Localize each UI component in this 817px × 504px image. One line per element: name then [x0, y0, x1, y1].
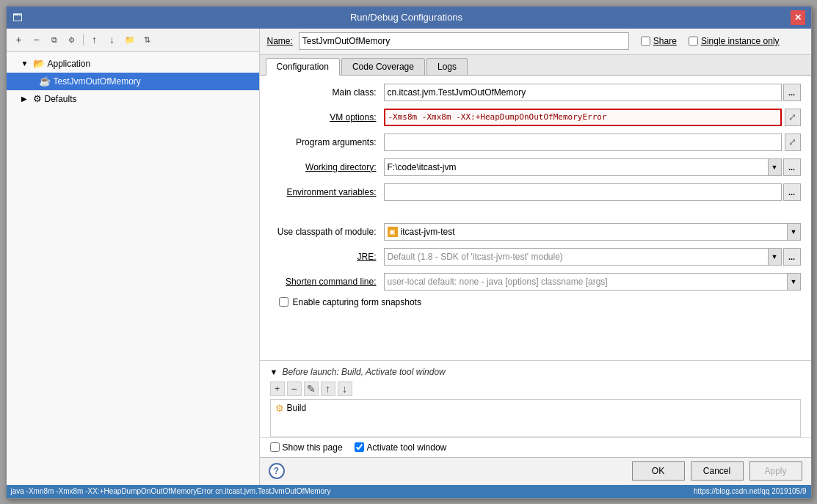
shorten-cmd-row: Shorten command line: user-local default… — [270, 272, 801, 291]
single-instance-area: Single instance only — [689, 32, 780, 50]
run-debug-dialog: 🗔 Run/Debug Configurations ✕ + − ⧉ ⚙ ↑ ↓… — [6, 6, 812, 499]
launch-toolbar: + − ✎ ↑ ↓ — [270, 381, 801, 396]
share-checkbox[interactable] — [641, 32, 650, 50]
move-config-button[interactable]: ⚙ — [64, 32, 80, 48]
before-launch-section: ▼ Before launch: Build, Activate tool wi… — [260, 360, 811, 437]
status-bar: java -Xmn8m -Xmx8m -XX:+HeapDumpOnOutOfM… — [7, 485, 811, 498]
show-page-item: Show this page — [270, 442, 343, 453]
classpath-chevron[interactable]: ▼ — [787, 224, 800, 240]
help-button[interactable]: ? — [269, 463, 285, 479]
tab-configuration[interactable]: Configuration — [266, 58, 340, 76]
status-right-text: https://blog.csdn.net/qq 2019105/9 — [694, 487, 806, 495]
launch-item-build: ⚙ Build — [275, 403, 307, 414]
jre-row: JRE: ▼ ... — [270, 247, 801, 266]
expand-arrow-defaults: ▶ — [21, 95, 33, 103]
shorten-cmd-select-wrapper: user-local default: none - java [options… — [384, 273, 801, 291]
jre-chevron[interactable]: ▼ — [768, 249, 781, 265]
jre-dots-button[interactable]: ... — [783, 248, 801, 266]
tree-item-label: Application — [48, 59, 91, 69]
tab-logs[interactable]: Logs — [426, 58, 468, 75]
launch-collapse-icon[interactable]: ▼ — [270, 368, 278, 376]
launch-down-button[interactable]: ↓ — [338, 381, 352, 396]
module-icon: ▣ — [388, 227, 398, 237]
cancel-button[interactable]: Cancel — [691, 461, 744, 481]
tree-item-defaults[interactable]: ▶ ⚙ Defaults — [7, 90, 259, 108]
activate-tool-item: Activate tool window — [355, 442, 447, 453]
working-dir-dots-button[interactable]: ... — [783, 158, 801, 176]
intellij-icon: 🗔 — [12, 12, 23, 23]
launch-remove-button[interactable]: − — [287, 381, 302, 396]
working-dir-input[interactable] — [385, 159, 768, 175]
configurations-tree: ▼ 📂 Application ☕ TestJvmOutOfMemory ▶ ⚙ — [7, 52, 259, 485]
section-divider — [270, 208, 801, 219]
build-icon: ⚙ — [275, 403, 284, 414]
main-class-row: Main class: ... — [270, 83, 801, 102]
tabs-bar: Configuration Code Coverage Logs — [260, 55, 811, 76]
program-args-input[interactable] — [384, 134, 782, 151]
vm-options-input[interactable] — [384, 109, 782, 126]
classpath-row: Use classpath of module: ▣ itcast-jvm-te… — [270, 222, 801, 241]
defaults-icon: ⚙ — [33, 93, 42, 104]
single-instance-checkbox[interactable] — [689, 32, 698, 50]
close-button[interactable]: ✕ — [791, 10, 805, 25]
env-vars-input[interactable] — [384, 183, 782, 201]
jre-select-wrapper: ▼ — [384, 248, 782, 266]
classpath-input-group: ▣ itcast-jvm-test ▼ — [384, 223, 801, 241]
working-dir-chevron[interactable]: ▼ — [768, 159, 781, 175]
launch-up-button[interactable]: ↑ — [321, 381, 335, 396]
classpath-value: itcast-jvm-test — [401, 227, 455, 237]
folder-button[interactable]: 📁 — [122, 32, 138, 48]
launch-edit-button[interactable]: ✎ — [304, 381, 319, 396]
sort-button[interactable]: ⇅ — [139, 32, 156, 48]
share-label: Share — [653, 36, 677, 46]
copy-config-button[interactable]: ⧉ — [46, 32, 62, 48]
title-bar: 🗔 Run/Debug Configurations ✕ — [7, 7, 811, 29]
launch-header-label: Before launch: Build, Activate tool wind… — [282, 367, 445, 377]
tree-item-testjvm[interactable]: ☕ TestJvmOutOfMemory — [7, 73, 259, 90]
activate-tool-label: Activate tool window — [367, 442, 447, 453]
form-snapshots-row: Enable capturing form snapshots — [279, 297, 801, 307]
tree-item-application[interactable]: ▼ 📂 Application — [7, 55, 259, 73]
main-class-input[interactable] — [384, 84, 782, 101]
env-vars-row: Environment variables: ... — [270, 183, 801, 202]
form-snapshots-checkbox[interactable] — [279, 297, 288, 307]
program-args-expand-button[interactable]: ⤢ — [785, 134, 801, 151]
launch-header: ▼ Before launch: Build, Activate tool wi… — [270, 367, 801, 377]
env-vars-dots-button[interactable]: ... — [783, 183, 801, 201]
bottom-checkboxes: Show this page Activate tool window — [260, 437, 811, 457]
single-instance-label: Single instance only — [701, 36, 780, 46]
vm-options-expand-button[interactable]: ⤢ — [785, 109, 801, 126]
working-dir-select-wrapper: ▼ — [384, 158, 782, 176]
working-dir-label: Working directory: — [270, 162, 384, 172]
shorten-cmd-chevron[interactable]: ▼ — [787, 274, 800, 290]
run-config-icon: ☕ — [39, 76, 51, 87]
activate-tool-checkbox[interactable] — [355, 442, 364, 452]
move-up-button[interactable]: ↑ — [87, 32, 103, 48]
right-panel: Name: Share Single instance only Configu… — [260, 29, 811, 485]
jre-input-group: ▼ ... — [384, 248, 801, 266]
classpath-select-wrapper: ▣ itcast-jvm-test ▼ — [384, 223, 801, 241]
remove-config-button[interactable]: − — [29, 32, 45, 48]
show-page-checkbox[interactable] — [270, 442, 280, 452]
tab-code-coverage[interactable]: Code Coverage — [341, 58, 425, 75]
ok-button[interactable]: OK — [632, 461, 685, 481]
name-input[interactable] — [299, 32, 629, 50]
show-page-label: Show this page — [283, 442, 343, 453]
dialog-title: Run/Debug Configurations — [23, 12, 791, 23]
launch-add-button[interactable]: + — [270, 381, 285, 396]
main-content: + − ⧉ ⚙ ↑ ↓ 📁 ⇅ ▼ 📂 Application — [7, 29, 811, 485]
apply-button[interactable]: Apply — [749, 461, 802, 481]
jre-input[interactable] — [385, 249, 768, 265]
left-panel: + − ⧉ ⚙ ↑ ↓ 📁 ⇅ ▼ 📂 Application — [7, 29, 260, 485]
vm-options-input-group: ⤢ — [384, 109, 801, 126]
shorten-cmd-label: Shorten command line: — [270, 277, 384, 287]
add-config-button[interactable]: + — [11, 32, 27, 48]
vm-options-label: VM options: — [270, 112, 384, 123]
main-class-dots-button[interactable]: ... — [783, 84, 801, 101]
main-class-input-group: ... — [384, 84, 801, 101]
tree-item-label: TestJvmOutOfMemory — [54, 76, 141, 87]
config-toolbar: + − ⧉ ⚙ ↑ ↓ 📁 ⇅ — [7, 29, 259, 52]
separator — [83, 34, 84, 45]
env-vars-label: Environment variables: — [270, 187, 384, 197]
move-down-button[interactable]: ↓ — [104, 32, 120, 48]
